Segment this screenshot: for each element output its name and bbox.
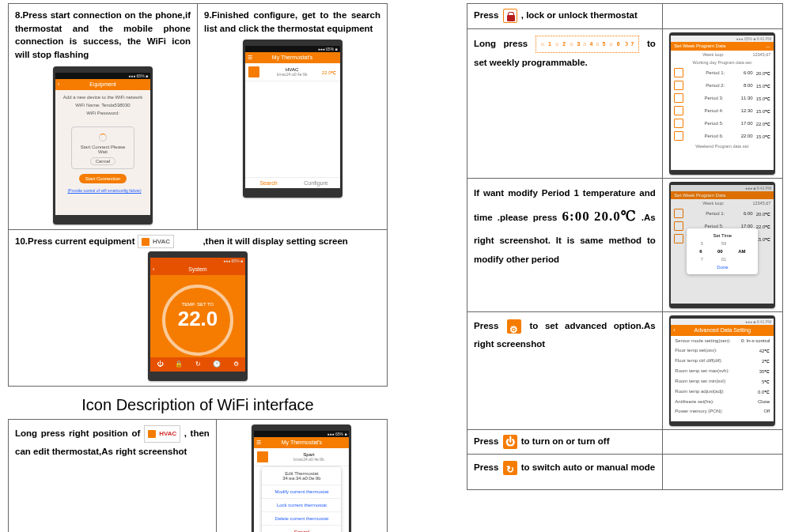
r4: Press to set advanced option.As right sc… <box>474 317 656 353</box>
adv-row[interactable]: Room temp set max(svh):35℃ <box>671 366 774 376</box>
adv-val: 0.0℃ <box>758 389 770 394</box>
sheet-mac: 34:ea:34:a0:0e:9b <box>266 476 337 481</box>
power-icon[interactable] <box>503 435 517 449</box>
adv-key: Sensor mode setting(sen): <box>675 338 730 343</box>
adv-row[interactable]: Power memory (PON):Off <box>671 406 774 416</box>
adv-val: 42℃ <box>759 348 770 353</box>
manual-icon[interactable] <box>503 461 517 475</box>
period-temp: 15.0℃ <box>756 134 771 139</box>
period-icon <box>674 131 683 141</box>
time-picker[interactable]: Set Time 559 600AM 701 Done <box>687 228 758 274</box>
r6-a: Press <box>474 462 498 472</box>
gear-icon[interactable]: ⚙ <box>226 357 245 372</box>
prog-row[interactable]: Period 5:17:0022.0℃ <box>671 117 774 130</box>
opt-cancel[interactable]: Cancel <box>262 526 341 532</box>
mode-icon[interactable]: ↻ <box>188 357 207 372</box>
prog-row[interactable]: Period 3:11:3015.0℃ <box>671 92 774 104</box>
step9-text: 9.Finished configure, get to the search … <box>204 9 380 35</box>
adv-val: Off <box>763 409 770 413</box>
r6: Press to switch auto or manual mode <box>474 459 656 476</box>
adv-key: Floor temp set(osv): <box>675 348 717 353</box>
modal-cancel[interactable]: Cancel <box>90 157 116 165</box>
opt-delete[interactable]: Delete current thermostat <box>262 512 341 526</box>
picker-label: Set Time <box>691 233 753 238</box>
period-icon <box>674 68 683 77</box>
list-footer: Search Configure <box>245 177 340 188</box>
period-temp: 22.0℃ <box>756 121 771 126</box>
period-name: Period 6: <box>687 134 740 138</box>
equip-chip-2[interactable]: HVAC <box>144 425 180 443</box>
r1-b: , lock or unlock thermostat <box>521 10 638 20</box>
right-table: Press , lock or unlock thermostat Long p… <box>467 3 783 490</box>
r1-a: Press <box>474 10 498 20</box>
weekcode: 12345,67 <box>752 52 770 57</box>
r2-a: Long press <box>474 39 528 48</box>
period-name: Period 2: <box>687 83 744 88</box>
clock-icon[interactable]: 🕐 <box>207 357 226 372</box>
adv-row[interactable]: Room temp adjust(adj):0.0℃ <box>671 387 774 397</box>
prog-title: Set Week Program Data <box>674 43 725 49</box>
adv-row[interactable]: Antifreeze set(fre):Close <box>671 397 774 406</box>
step10-a: 10.Press current equipment <box>15 236 134 246</box>
step8-text: 8.Press start connection on the phone,if… <box>15 9 191 62</box>
adv-row[interactable]: Room temp set min(svl):5℃ <box>671 376 774 387</box>
adv-row[interactable]: Sensor mode setting(sen):0: In-s control <box>671 336 774 345</box>
chip2-name: HVAC <box>159 430 176 437</box>
prog-row[interactable]: Period 4:12:3015.0℃ <box>671 104 774 117</box>
period-time: 22:00 <box>741 134 753 138</box>
r1: Press , lock or unlock thermostat <box>474 9 656 23</box>
adv-key: Floor temp ctrl diff(dif): <box>675 358 722 364</box>
gear-icon[interactable] <box>507 319 521 334</box>
period-temp: 15.0℃ <box>756 108 771 114</box>
step10-b: ,then it will display setting screen <box>202 236 347 246</box>
wifi-pass-label: WiFi Password: <box>86 111 119 115</box>
adv-val: Close <box>758 399 770 404</box>
opt-modify[interactable]: Modify current thermostat <box>262 485 341 499</box>
prog-row[interactable]: Period 6:22:0015.0℃ <box>671 130 774 142</box>
picker-ap: AM <box>738 249 745 254</box>
period1-time-temp[interactable]: 6:00 20.0℃ <box>562 202 637 231</box>
wifi-desc-table: Long press right position of HVAC , then… <box>8 419 388 532</box>
prog-strip[interactable]: ☼ 1 ☼ 2 ☼ 3 ⌂ 4 ⌂ 5 ☼ 6 ☽ 7 <box>536 36 640 54</box>
adv-val: 5℃ <box>762 379 770 384</box>
period-name: Period 5: <box>687 121 740 126</box>
adv-key: Room temp set min(svl): <box>675 379 726 384</box>
edit-item-mac: bmac24:a0:4e:9b <box>271 457 346 462</box>
phone-edit: ●●● 65% ■ ☰My Thermostat's Spart bmac24:… <box>252 424 351 532</box>
start-connection-button[interactable]: Start Connection <box>79 174 127 183</box>
phone-advanced: ●●● ■ 9:41 PM ‹Advanced Data Setting Sen… <box>669 315 775 426</box>
period-temp: 15.0℃ <box>756 83 771 89</box>
steps-table-top: 8.Press start connection on the phone,if… <box>8 3 388 387</box>
r5-a: Press <box>474 436 498 446</box>
prog-row[interactable]: Period 1:6:0020.0℃ <box>671 66 774 79</box>
opt-lock[interactable]: Lock current thermostat <box>262 499 341 512</box>
list-item[interactable]: Spart bmac24:a0:4e:9b <box>254 448 349 466</box>
list-item[interactable]: HVAC bmac24:a0:4e:9b 22.0℃ <box>245 63 340 81</box>
power-icon[interactable]: ⏻ <box>150 357 169 372</box>
phone-thermostat-list: ●●● 65% ■ ☰My Thermostat's HVAC bmac24:a… <box>243 40 343 198</box>
period-name: Period 4: <box>687 108 740 113</box>
adv-row[interactable]: Floor temp ctrl diff(dif):2℃ <box>671 356 774 366</box>
adv-key: Room temp adjust(adj): <box>675 389 724 394</box>
lock-icon[interactable]: 🔒 <box>169 357 188 372</box>
home-icon <box>248 66 259 77</box>
r5-b: to turn on or turn off <box>521 436 610 446</box>
period-icon <box>674 93 683 103</box>
period-icon <box>674 81 683 90</box>
adv-val: 35℃ <box>759 368 770 374</box>
equip-chip[interactable]: HVAC <box>138 235 174 249</box>
r4-b: to set advanced option.As right screensh… <box>474 321 656 349</box>
footer-configure[interactable]: Configure <box>293 178 340 188</box>
adv-row[interactable]: Floor temp set(osv):42℃ <box>671 345 774 356</box>
prog-row[interactable]: Period 2:8:0015.0℃ <box>671 79 774 92</box>
modal-text: Start Connect Please Wait <box>75 145 131 154</box>
period-temp: 15.0℃ <box>756 96 771 101</box>
temp-dial[interactable]: TEMP. SET TO 22.0 <box>162 285 233 356</box>
picker-done[interactable]: Done <box>691 265 753 270</box>
phone-settime: ●●● ■ 9:41 PM Set Week Program Data Week… <box>669 182 775 308</box>
list-title: My Thermostat's <box>272 55 312 60</box>
period-icon <box>674 119 683 128</box>
lock-icon[interactable] <box>503 9 517 23</box>
footer-search[interactable]: Search <box>245 178 293 188</box>
period-name: Period 1: <box>687 70 744 75</box>
